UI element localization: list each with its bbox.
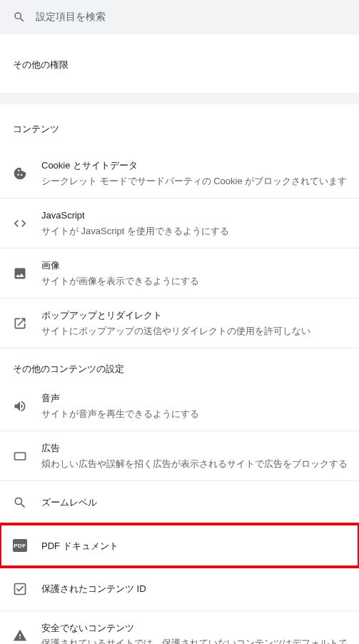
search-bar[interactable]: 設定項目を検索 xyxy=(0,0,359,34)
svg-rect-0 xyxy=(15,453,26,460)
row-title: 保護されたコンテンツ ID xyxy=(41,578,346,600)
warning-icon xyxy=(13,628,27,643)
search-placeholder: 設定項目を検索 xyxy=(36,11,106,24)
section-other-content: その他のコンテンツの設定 xyxy=(0,348,359,381)
row-sub: サイトが JavaScript を使用できるようにする xyxy=(41,224,346,238)
row-text: ポップアップとリダイレクト サイトにポップアップの送信やリダイレクトの使用を許可… xyxy=(41,308,346,338)
row-text: ズームレベル xyxy=(41,491,346,514)
row-text: 保護されたコンテンツ ID xyxy=(41,578,346,600)
row-title: 広告 xyxy=(41,441,346,456)
row-title: ポップアップとリダイレクト xyxy=(41,308,346,323)
section-other-permissions[interactable]: その他の権限 xyxy=(0,40,359,84)
cookie-icon xyxy=(13,166,27,181)
row-pdf[interactable]: PDF PDF ドキュメント xyxy=(0,524,359,568)
ads-icon xyxy=(13,449,27,463)
row-title: ズームレベル xyxy=(41,491,346,514)
pdf-icon: PDF xyxy=(13,538,27,553)
sound-icon xyxy=(13,399,27,413)
row-javascript[interactable]: JavaScript サイトが JavaScript を使用できるようにする xyxy=(0,198,359,248)
row-text: PDF ドキュメント xyxy=(41,535,346,558)
row-sub: サイトが音声を再生できるようにする xyxy=(41,407,346,421)
row-sub: 煩わしい広告や誤解を招く広告が表示されるサイトで広告をブロックする xyxy=(41,457,346,471)
row-title: 音声 xyxy=(41,391,346,406)
row-protected[interactable]: 保護されたコンテンツ ID xyxy=(0,567,359,610)
row-popups[interactable]: ポップアップとリダイレクト サイトにポップアップの送信やリダイレクトの使用を許可… xyxy=(0,298,359,348)
row-zoom[interactable]: ズームレベル xyxy=(0,481,359,524)
row-title: JavaScript xyxy=(41,208,346,223)
row-text: 音声 サイトが音声を再生できるようにする xyxy=(41,391,346,421)
zoom-icon xyxy=(13,495,27,510)
row-title: Cookie とサイトデータ xyxy=(41,159,346,173)
row-sub: シークレット モードでサードパーティの Cookie がブロックされています xyxy=(41,174,346,188)
row-insecure[interactable]: 安全でないコンテンツ 保護されているサイトでは、保護されていないコンテンツはデフ… xyxy=(0,610,359,645)
row-images[interactable]: 画像 サイトが画像を表示できるようにする xyxy=(0,248,359,298)
settings-panel: その他の権限 コンテンツ Cookie とサイトデータ シークレット モードでサ… xyxy=(0,34,359,644)
row-sub: サイトにポップアップの送信やリダイレクトの使用を許可しない xyxy=(41,324,346,338)
divider xyxy=(0,93,359,104)
row-sub: 保護されているサイトでは、保護されていないコンテンツはデフォルトでブ xyxy=(41,636,346,644)
row-ads[interactable]: 広告 煩わしい広告や誤解を招く広告が表示されるサイトで広告をブロックする xyxy=(0,431,359,481)
row-title: 画像 xyxy=(41,258,346,273)
section-content: コンテンツ xyxy=(0,104,359,149)
row-text: JavaScript サイトが JavaScript を使用できるようにする xyxy=(41,208,346,238)
code-icon xyxy=(13,216,27,231)
row-text: 広告 煩わしい広告や誤解を招く広告が表示されるサイトで広告をブロックする xyxy=(41,441,346,471)
row-title: PDF ドキュメント xyxy=(41,535,346,558)
row-cookies[interactable]: Cookie とサイトデータ シークレット モードでサードパーティの Cooki… xyxy=(0,149,359,198)
row-sound[interactable]: 音声 サイトが音声を再生できるようにする xyxy=(0,381,359,431)
search-icon xyxy=(13,11,26,24)
row-text: 画像 サイトが画像を表示できるようにする xyxy=(41,258,346,288)
row-sub: サイトが画像を表示できるようにする xyxy=(41,274,346,288)
row-text: Cookie とサイトデータ シークレット モードでサードパーティの Cooki… xyxy=(41,159,346,188)
popup-icon xyxy=(13,316,27,331)
row-title: 安全でないコンテンツ xyxy=(41,621,346,635)
checkbox-icon xyxy=(13,582,27,596)
image-icon xyxy=(13,266,27,281)
row-text: 安全でないコンテンツ 保護されているサイトでは、保護されていないコンテンツはデフ… xyxy=(41,621,346,645)
